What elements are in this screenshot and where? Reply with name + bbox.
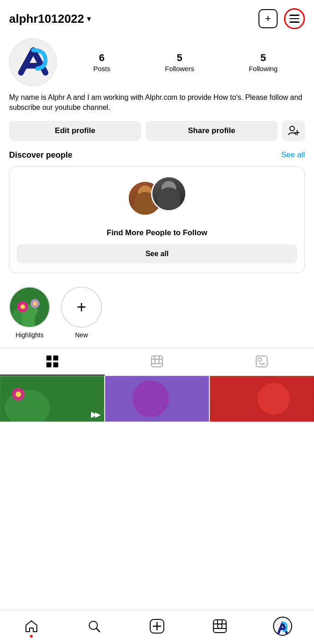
- stat-following[interactable]: 5 Following: [249, 52, 278, 72]
- highlight-item-highlights[interactable]: Highlights: [9, 287, 50, 339]
- discover-avatars: [127, 176, 187, 222]
- followers-label: Followers: [165, 65, 194, 72]
- svg-point-44: [274, 618, 291, 634]
- chevron-down-icon[interactable]: ▾: [87, 14, 91, 24]
- posts-count: 6: [99, 52, 105, 64]
- tab-tagged-button[interactable]: [209, 348, 314, 376]
- header-left: alphr1012022 ▾: [9, 12, 91, 26]
- add-person-icon: [288, 125, 299, 137]
- grid-cell-1[interactable]: ▶: [0, 376, 104, 422]
- svg-rect-14: [46, 362, 51, 367]
- discover-see-all-button[interactable]: See all: [281, 150, 305, 160]
- add-icon: [149, 618, 165, 634]
- avatar[interactable]: [9, 38, 57, 86]
- svg-point-39: [218, 624, 222, 629]
- svg-point-23: [258, 358, 262, 361]
- discover-title: Discover people: [9, 150, 72, 160]
- highlight-new-circle[interactable]: +: [61, 287, 102, 328]
- nav-reels-button[interactable]: [208, 615, 231, 638]
- username[interactable]: alphr1012022: [9, 12, 84, 26]
- edit-profile-button[interactable]: Edit profile: [9, 121, 141, 141]
- reels-icon: [150, 355, 164, 368]
- add-icon: +: [258, 9, 278, 28]
- discover-header: Discover people See all: [0, 150, 314, 166]
- svg-point-9: [20, 304, 25, 309]
- bio-text: My name is Alphr A and I am working with…: [9, 93, 305, 113]
- svg-rect-38: [213, 620, 226, 633]
- add-person-button[interactable]: [282, 120, 305, 141]
- bio-section: My name is Alphr A and I am working with…: [0, 93, 314, 120]
- svg-rect-13: [53, 355, 58, 361]
- discover-card: Find More People to Follow See all: [9, 166, 305, 273]
- grid-icon: [46, 355, 59, 368]
- tab-reels-button[interactable]: [105, 348, 209, 376]
- discover-card-text: Find More People to Follow: [107, 228, 208, 238]
- highlight-label-new: New: [75, 331, 88, 339]
- svg-point-17: [155, 359, 159, 364]
- stat-posts[interactable]: 6 Posts: [93, 52, 111, 72]
- nav-profile-avatar: [273, 617, 292, 636]
- profile-section: 6 Posts 5 Followers 5 Following: [0, 34, 314, 93]
- menu-button[interactable]: [284, 8, 305, 29]
- grid-cell-3[interactable]: [210, 376, 314, 422]
- highlight-label-highlights: Highlights: [15, 331, 43, 339]
- home-icon: [24, 619, 39, 634]
- nav-home-button[interactable]: [20, 615, 43, 638]
- grid-preview: ▶: [0, 376, 314, 422]
- stats-container: 6 Posts 5 Followers 5 Following: [66, 52, 305, 72]
- svg-text:▶: ▶: [91, 410, 97, 419]
- menu-icon: [284, 8, 305, 29]
- svg-point-27: [15, 392, 21, 397]
- svg-point-1: [290, 126, 294, 131]
- header-icons: +: [258, 8, 305, 29]
- tab-bar: [0, 348, 314, 376]
- bottom-nav: [0, 610, 314, 644]
- svg-point-11: [33, 302, 37, 305]
- share-profile-button[interactable]: Share profile: [146, 121, 278, 141]
- action-buttons: Edit profile Share profile: [0, 120, 314, 150]
- new-plus-icon: +: [76, 298, 86, 317]
- highlight-flowers-image: [10, 288, 49, 327]
- highlight-item-new[interactable]: + New: [61, 287, 102, 339]
- svg-line-34: [96, 629, 100, 632]
- stat-followers[interactable]: 5 Followers: [165, 52, 194, 72]
- discover-card-see-all-button[interactable]: See all: [17, 244, 297, 263]
- svg-rect-15: [53, 362, 58, 367]
- highlights-row: Highlights + New: [0, 282, 314, 348]
- nav-search-button[interactable]: [83, 615, 106, 638]
- svg-rect-12: [46, 355, 51, 361]
- nav-profile-button[interactable]: [271, 615, 294, 638]
- nav-add-button[interactable]: [146, 615, 168, 638]
- discover-avatar-2: [151, 176, 187, 211]
- reels-nav-icon: [213, 619, 227, 634]
- grid-cell-2[interactable]: [105, 376, 209, 422]
- search-icon: [87, 619, 101, 634]
- svg-rect-16: [152, 356, 162, 367]
- add-post-button[interactable]: +: [258, 9, 278, 28]
- followers-count: 5: [177, 52, 182, 64]
- svg-point-32: [258, 383, 290, 415]
- svg-point-30: [132, 381, 169, 417]
- svg-rect-22: [256, 356, 267, 367]
- home-notification-dot: [30, 635, 33, 638]
- highlight-circle-highlights: [9, 287, 50, 328]
- tab-grid-button[interactable]: [0, 348, 105, 376]
- posts-label: Posts: [93, 65, 111, 72]
- following-count: 5: [260, 52, 266, 64]
- tagged-icon: [255, 355, 268, 368]
- header: alphr1012022 ▾ +: [0, 0, 314, 34]
- following-label: Following: [249, 65, 278, 72]
